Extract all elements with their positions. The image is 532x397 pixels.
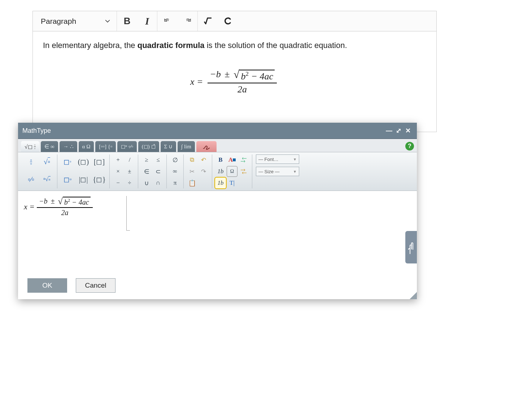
dialog-title: MathType (22, 127, 51, 135)
bold-button[interactable]: B (117, 11, 137, 31)
content-bold: quadratic formula (138, 41, 205, 50)
italic-button[interactable]: I (137, 11, 157, 31)
square-root-icon (203, 17, 213, 26)
undo-button[interactable] (157, 11, 178, 31)
chem-c-icon (223, 17, 233, 26)
math-button[interactable] (198, 11, 218, 31)
tab-fractions-roots[interactable]: √◻ ▫▫ (21, 141, 39, 143)
dialog-titlebar[interactable]: MathType — ⤢ ✕ (18, 123, 417, 139)
tab-scripts[interactable]: ◻ⁿ ▫⁄▫ (117, 141, 137, 143)
close-button[interactable]: ✕ (403, 127, 413, 135)
minimize-button[interactable]: — (384, 127, 394, 135)
tab-set-symbols[interactable]: ∈ ∞ (41, 141, 58, 143)
tab-greek[interactable]: α Ω (79, 141, 94, 143)
block-format-select[interactable]: Paragraph (33, 11, 117, 31)
tab-handwriting[interactable] (196, 141, 217, 143)
maximize-button[interactable]: ⤢ (394, 127, 403, 135)
rich-text-editor: Paragraph B I In elementary algebra, the… (32, 11, 437, 132)
chemistry-button[interactable] (218, 11, 238, 31)
redo-icon (183, 17, 192, 26)
chevron-down-icon (105, 19, 110, 24)
tab-arrows[interactable]: → ∴ (60, 141, 77, 143)
editor-toolbar: Paragraph B I (33, 11, 436, 31)
undo-icon (163, 17, 172, 26)
content-text: In elementary algebra, the (43, 41, 138, 50)
redo-button[interactable] (178, 11, 198, 31)
help-button[interactable]: ? (405, 142, 414, 143)
block-format-label: Paragraph (41, 17, 76, 26)
mathtype-tabs: √◻ ▫▫ ∈ ∞ → ∴ α Ω [▫▫] {▫ ◻ⁿ ▫⁄▫ (◻) ◻̂ … (18, 139, 417, 143)
tab-matrices[interactable]: [▫▫] {▫ (95, 141, 116, 143)
tab-big-operators[interactable]: Σ ∪ (161, 141, 176, 143)
tab-decorations[interactable]: (◻) ◻̂ (138, 141, 159, 143)
content-text2: is the solution of the quadratic equatio… (205, 41, 347, 50)
tab-calculus[interactable]: ∫ lim (178, 141, 195, 143)
sqrt-icon: √ (234, 70, 239, 78)
editor-content[interactable]: In elementary algebra, the quadratic for… (33, 31, 436, 132)
mathtype-dialog: MathType — ⤢ ✕ √◻ ▫▫ ∈ ∞ → ∴ α Ω [▫▫] {▫… (18, 123, 417, 143)
rendered-formula: x = −b ± √ b2 − 4ac 2a (43, 68, 426, 96)
